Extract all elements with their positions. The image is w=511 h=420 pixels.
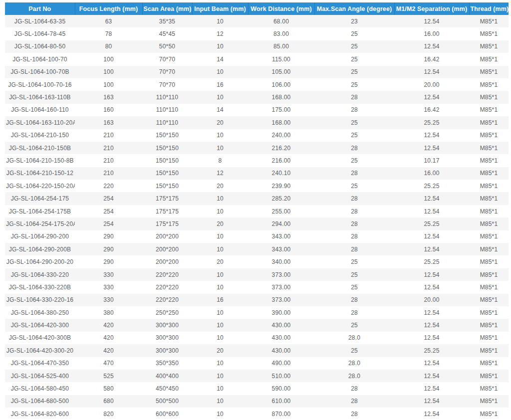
cell-m1-m2-separation: 16.00 (394, 167, 469, 180)
cell-max-scan-angle: 28 (314, 243, 394, 255)
cell-scan-area: 220*220 (142, 294, 192, 306)
cell-part-no: JG-SL-1064-100-70B (5, 66, 75, 78)
cell-input-beam: 10 (192, 66, 248, 78)
cell-focus-length: 470 (75, 357, 142, 370)
column-header-scan-area: Scan Area (mm) (142, 2, 192, 15)
cell-work-distance: 340.00 (248, 255, 314, 268)
cell-thread: M85*1 (469, 370, 509, 382)
cell-part-no: JG-SL-1064-330-220-16 (5, 294, 75, 306)
cell-max-scan-angle: 25 (314, 180, 394, 192)
cell-scan-area: 450*450 (142, 382, 192, 395)
cell-focus-length: 580 (75, 382, 142, 395)
cell-max-scan-angle: 28 (314, 91, 394, 103)
cell-work-distance: 343.00 (248, 230, 314, 243)
cell-m1-m2-separation: 12.54 (394, 306, 469, 319)
cell-part-no: JG-SL-1064-525-400 (5, 370, 75, 382)
cell-max-scan-angle: 25 (314, 53, 394, 65)
cell-thread: M85*1 (469, 104, 509, 116)
table-row: JG-SL-1064-210-150-8B 210 150*150 8 216.… (5, 154, 509, 167)
cell-part-no: JG-SL-1064-420-300B (5, 332, 75, 344)
cell-work-distance: 68.00 (248, 15, 314, 27)
cell-part-no: JG-SL-1064-210-150B (5, 142, 75, 154)
cell-work-distance: 115.00 (248, 53, 314, 65)
cell-thread: M85*1 (469, 142, 509, 154)
cell-input-beam: 10 (192, 395, 248, 408)
cell-focus-length: 420 (75, 319, 142, 331)
cell-scan-area: 70*70 (142, 53, 192, 65)
cell-focus-length: 210 (75, 154, 142, 167)
cell-m1-m2-separation: 12.54 (394, 357, 469, 370)
cell-focus-length: 254 (75, 217, 142, 230)
cell-m1-m2-separation: 12.54 (394, 281, 469, 293)
cell-part-no: JG-SL-1064-220-150-20A (5, 180, 75, 192)
cell-m1-m2-separation: 10.17 (394, 154, 469, 167)
cell-input-beam: 10 (192, 205, 248, 217)
cell-part-no: JG-SL-1064-163-110B (5, 91, 75, 103)
cell-input-beam: 10 (192, 357, 248, 370)
cell-focus-length: 380 (75, 306, 142, 319)
table-row: JG-SL-1064-380-250 380 250*250 10 390.00… (5, 306, 509, 319)
cell-thread: M85*1 (469, 116, 509, 129)
cell-thread: M85*1 (469, 192, 509, 205)
cell-thread: M85*1 (469, 217, 509, 230)
cell-scan-area: 220*220 (142, 268, 192, 281)
cell-thread: M85*1 (469, 15, 509, 27)
cell-m1-m2-separation: 25.25 (394, 255, 469, 268)
cell-thread: M85*1 (469, 319, 509, 331)
cell-part-no: JG-SL-1064-820-600 (5, 408, 75, 420)
cell-m1-m2-separation: 16.42 (394, 53, 469, 65)
cell-work-distance: 590.00 (248, 382, 314, 395)
cell-work-distance: 168.00 (248, 91, 314, 103)
cell-m1-m2-separation: 12.54 (394, 205, 469, 217)
cell-m1-m2-separation: 12.54 (394, 230, 469, 243)
cell-thread: M85*1 (469, 27, 509, 40)
cell-work-distance: 240.10 (248, 167, 314, 180)
column-header-focus-length: Focus Length (mm) (75, 2, 142, 15)
cell-m1-m2-separation: 12.54 (394, 268, 469, 281)
cell-max-scan-angle: 28 (314, 408, 394, 420)
cell-m1-m2-separation: 12.54 (394, 319, 469, 331)
cell-part-no: JG-SL-1064-100-70-16 (5, 78, 75, 91)
table-header-row: Part No Focus Length (mm) Scan Area (mm)… (5, 2, 509, 15)
cell-focus-length: 420 (75, 332, 142, 344)
cell-thread: M85*1 (469, 167, 509, 180)
column-header-input-beam: Input Beam (mm) (192, 2, 248, 15)
cell-focus-length: 220 (75, 180, 142, 192)
table-row: JG-SL-1064-100-70-16 100 70*70 16 106.00… (5, 78, 509, 91)
cell-part-no: JG-SL-1064-163-110-20A (5, 116, 75, 129)
cell-m1-m2-separation: 25.25 (394, 180, 469, 192)
cell-max-scan-angle: 25 (314, 78, 394, 91)
cell-max-scan-angle: 23 (314, 15, 394, 27)
cell-thread: M85*1 (469, 255, 509, 268)
cell-max-scan-angle: 28.0 (314, 332, 394, 344)
cell-scan-area: 600*600 (142, 408, 192, 420)
column-header-part-no: Part No (5, 2, 75, 15)
cell-input-beam: 16 (192, 294, 248, 306)
cell-focus-length: 210 (75, 167, 142, 180)
cell-thread: M85*1 (469, 78, 509, 91)
cell-scan-area: 50*50 (142, 40, 192, 53)
cell-scan-area: 300*300 (142, 344, 192, 357)
table-row: JG-SL-1064-330-220B 330 220*220 10 373.0… (5, 281, 509, 293)
cell-thread: M85*1 (469, 205, 509, 217)
cell-scan-area: 250*250 (142, 306, 192, 319)
cell-work-distance: 240.00 (248, 129, 314, 142)
cell-focus-length: 100 (75, 78, 142, 91)
cell-input-beam: 10 (192, 15, 248, 27)
cell-m1-m2-separation: 12.54 (394, 408, 469, 420)
cell-input-beam: 12 (192, 27, 248, 40)
cell-input-beam: 10 (192, 129, 248, 142)
cell-input-beam: 20 (192, 217, 248, 230)
table-row: JG-SL-1064-525-400 525 400*400 10 510.00… (5, 370, 509, 382)
cell-m1-m2-separation: 12.54 (394, 370, 469, 382)
table-row: JG-SL-1064-80-50 80 50*50 10 85.00 25 12… (5, 40, 509, 53)
cell-scan-area: 350*350 (142, 357, 192, 370)
table-row: JG-SL-1064-254-175 254 175*175 10 285.20… (5, 192, 509, 205)
cell-input-beam: 10 (192, 382, 248, 395)
table-row: JG-SL-1064-100-70B 100 70*70 10 105.00 2… (5, 66, 509, 78)
table-body: JG-SL-1064-63-35 63 35*35 10 68.00 23 12… (5, 15, 509, 420)
table-row: JG-SL-1064-163-110-20A 163 110*110 20 16… (5, 116, 509, 129)
cell-work-distance: 373.00 (248, 281, 314, 293)
cell-thread: M85*1 (469, 408, 509, 420)
cell-thread: M85*1 (469, 53, 509, 65)
